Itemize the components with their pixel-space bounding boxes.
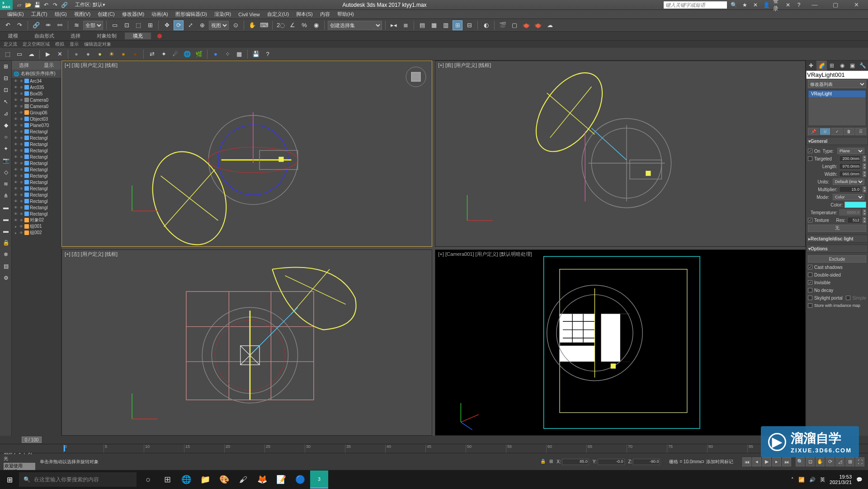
layer-button[interactable]: ▤ xyxy=(417,20,427,30)
on-checkbox[interactable]: ✓ xyxy=(808,149,812,153)
filter-geo-button[interactable]: ◆ xyxy=(0,120,11,131)
tab-modify[interactable]: 🌈 xyxy=(816,61,827,71)
menu-edit[interactable]: 编辑(E) xyxy=(4,11,28,18)
viewport-camera[interactable]: [+] [Camera001] [用户定义] [默认明暗处理] xyxy=(435,249,806,436)
lock-selection-icon[interactable]: 🔒 xyxy=(540,459,546,465)
tab-freeform[interactable]: 自由形式 xyxy=(26,33,62,39)
timeline[interactable]: 0 / 100 xyxy=(0,436,868,444)
menu-group[interactable]: 组(G) xyxy=(51,11,71,18)
app1-icon[interactable]: 🎨 xyxy=(215,470,233,489)
menu-render[interactable]: 渲染(R) xyxy=(211,11,235,18)
prev-frame-button[interactable]: ◂ xyxy=(752,457,761,466)
rollout-options[interactable]: ▾ Options xyxy=(806,244,868,253)
z-value[interactable]: -90.0 xyxy=(633,459,660,465)
tab-create[interactable]: ✚ xyxy=(806,61,816,71)
multiplier-value[interactable]: 15.0 xyxy=(839,186,861,193)
start-button[interactable]: ⊞ xyxy=(0,470,19,489)
select-button[interactable]: ▭ xyxy=(110,20,120,30)
scene-item[interactable]: 👁❄Camera0 xyxy=(12,103,61,109)
menu-create[interactable]: 创建(C) xyxy=(94,11,118,18)
scene-item[interactable]: 👁❄Rectangl xyxy=(12,141,61,147)
tab-utilities[interactable]: 🔧 xyxy=(858,61,868,71)
open-icon[interactable]: 📂 xyxy=(24,1,32,9)
play-button[interactable]: ▶ xyxy=(762,457,771,466)
curve-editor-button[interactable]: ⊞ xyxy=(453,20,462,30)
scene-item[interactable]: 👁❄Rectangl xyxy=(12,154,61,160)
viewcube[interactable] xyxy=(405,66,427,88)
selection-name[interactable] xyxy=(806,71,868,79)
layer-button2[interactable]: ▤ xyxy=(0,261,11,272)
modifier-list[interactable]: 修改器列表 xyxy=(808,80,866,88)
undo-icon[interactable]: ↶ xyxy=(42,1,50,9)
redo-icon[interactable]: ↷ xyxy=(52,1,59,9)
targeted-checkbox[interactable] xyxy=(808,156,812,161)
filter-helper-button[interactable]: ◇ xyxy=(0,167,11,178)
scene-sort-header[interactable]: 🌐 名称(按升序排序) xyxy=(12,70,61,78)
notifications-icon[interactable]: 💬 xyxy=(856,477,863,483)
scene-item[interactable]: 👁❄Plane070 xyxy=(12,122,61,128)
skylight-checkbox[interactable] xyxy=(808,296,812,300)
exclude-button[interactable]: Exclude xyxy=(808,255,866,263)
align-button[interactable]: ≣ xyxy=(401,20,410,30)
redo-button[interactable]: ↷ xyxy=(14,20,24,30)
units-select[interactable]: Default (image) xyxy=(833,179,864,185)
exchange-icon[interactable]: ✕ xyxy=(751,1,760,9)
type-select[interactable]: Plane xyxy=(837,148,864,154)
scene-explorer-button[interactable]: ▦ xyxy=(429,20,439,30)
double-checkbox[interactable] xyxy=(808,273,812,277)
lock-button[interactable]: 🔒 xyxy=(0,237,11,248)
globe-icon[interactable]: 🌐 xyxy=(182,49,192,59)
regen-button[interactable]: ✦ xyxy=(159,49,169,59)
zoom-all-button[interactable]: ⊡ xyxy=(806,457,815,466)
idle-button[interactable]: ▭ xyxy=(14,49,24,59)
res-value[interactable]: 512 xyxy=(847,217,861,223)
fov-button[interactable]: ◿ xyxy=(835,457,844,466)
settings-button[interactable]: ⚙ xyxy=(0,273,11,283)
viewport-label[interactable]: [+] [Camera001] [用户定义] [默认明暗处理] xyxy=(438,251,532,258)
scene-item[interactable]: 👁❄Rectangl xyxy=(12,185,61,192)
spinner-snap-button[interactable]: ◉ xyxy=(311,20,321,30)
scene-tab-select[interactable]: 选择 xyxy=(19,62,29,69)
3dsmax-taskbar-icon[interactable]: 3 xyxy=(310,470,328,489)
sub-display[interactable]: 显示 xyxy=(70,41,79,47)
rollout-general[interactable]: ▾ General xyxy=(806,137,868,145)
sub-sim[interactable]: 模拟 xyxy=(55,41,64,47)
menu-animation[interactable]: 动画(A) xyxy=(148,11,172,18)
snap-angle-button[interactable]: ∠ xyxy=(288,20,297,30)
scale-button[interactable]: ⤢ xyxy=(185,20,195,30)
menu-customize[interactable]: 自定义(U) xyxy=(264,11,292,18)
store-checkbox[interactable] xyxy=(808,303,812,308)
ball-blue-icon[interactable]: ● xyxy=(211,49,221,59)
window-crossing-button[interactable]: ⊞ xyxy=(145,20,155,30)
filter-shape-button[interactable]: ○ xyxy=(0,132,11,142)
col1-button[interactable]: ▬ xyxy=(0,202,11,213)
abs-rel-icon[interactable]: ⊞ xyxy=(549,459,553,465)
make-unique-button[interactable]: ✓ xyxy=(831,128,842,135)
show-result-button[interactable]: ⅰⅈ xyxy=(820,128,830,135)
tab-display-panel[interactable]: ▣ xyxy=(847,61,858,71)
viewport-top[interactable]: [+] [顶] [用户定义] [线框] xyxy=(61,61,432,247)
selection-filter[interactable]: 全部 xyxy=(83,21,103,30)
volume-icon[interactable]: 🔊 xyxy=(809,477,816,483)
login-label[interactable]: 登录 xyxy=(773,1,781,9)
pin-stack-button[interactable]: 📌 xyxy=(808,128,819,135)
zoom-button[interactable]: 🔍 xyxy=(796,457,805,466)
scene-item[interactable]: 👁❄Object03 xyxy=(12,116,61,122)
unlink-button[interactable]: ⚮ xyxy=(43,20,53,30)
material-button[interactable]: ◐ xyxy=(481,20,491,30)
save-tex-button[interactable]: 💾 xyxy=(251,49,261,59)
ime-icon[interactable]: 英 xyxy=(820,476,825,483)
texture-none-button[interactable]: 无 xyxy=(808,225,866,232)
link-icon[interactable]: 🔗 xyxy=(61,1,68,9)
sphere2-icon[interactable]: ● xyxy=(83,49,93,59)
app-icon[interactable]: 3MAX xyxy=(0,0,13,10)
clock-time[interactable]: 19:53 xyxy=(830,474,852,480)
filter-light-button[interactable]: ✦ xyxy=(0,143,11,154)
simple-checkbox[interactable] xyxy=(846,296,850,300)
sub-idle[interactable]: 定义空闲区域 xyxy=(23,41,50,47)
viewport-left[interactable]: [+] [左] [用户定义] [线框] xyxy=(61,249,432,436)
scene-item[interactable]: ▸👁Group06 xyxy=(12,109,61,116)
filter-bone-button[interactable]: ⋔ xyxy=(0,190,11,201)
nodecay-checkbox[interactable] xyxy=(808,288,812,292)
scene-item[interactable]: 👁❄Rectangl xyxy=(12,128,61,135)
